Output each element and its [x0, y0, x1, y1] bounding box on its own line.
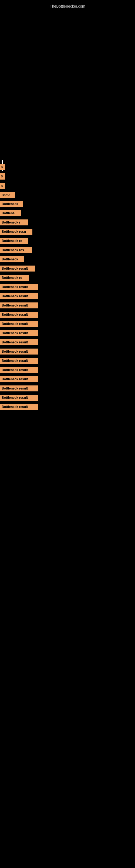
bottleneck-item: Bottleneck result [0, 265, 135, 273]
bottleneck-item: Bottleneck re [0, 274, 135, 282]
bottleneck-label: Bottleneck re [0, 238, 28, 244]
bottleneck-label: Bottleneck result [0, 376, 38, 382]
bottleneck-item: Bottleneck [0, 255, 135, 264]
bottleneck-label: Bottleneck result [0, 284, 38, 290]
bottleneck-label: Bottleneck result [0, 348, 38, 354]
bottleneck-item: B [0, 163, 135, 171]
bottleneck-item: B [0, 182, 135, 190]
bottleneck-item: Bottleneck result [0, 394, 135, 402]
bottleneck-label: Bottleneck result [0, 367, 38, 373]
bottleneck-item: Bottleneck resu [0, 227, 135, 236]
bottleneck-item: Bottleneck result [0, 384, 135, 393]
bottleneck-item: Bottle [0, 191, 135, 199]
bottleneck-label: Bottle [0, 192, 15, 198]
bottleneck-label: Bottleneck [0, 201, 23, 207]
bottleneck-items-container: BBBBottleBottleneckBottleneBottleneck rB… [0, 163, 135, 412]
bottleneck-label: Bottleneck resu [0, 229, 32, 235]
bottleneck-item: Bottleneck re [0, 237, 135, 245]
bottleneck-item: Bottleneck result [0, 366, 135, 374]
bottleneck-label: Bottleneck result [0, 395, 38, 401]
bottleneck-item: Bottleneck result [0, 403, 135, 411]
bottleneck-item: Bottlene [0, 209, 135, 217]
bottleneck-item: B [0, 172, 135, 181]
bottleneck-label: Bottleneck result [0, 358, 38, 364]
bottleneck-label: Bottleneck result [0, 312, 38, 318]
bottleneck-item: Bottleneck result [0, 292, 135, 300]
bottleneck-label: Bottleneck res [0, 247, 32, 253]
bottleneck-item: Bottleneck result [0, 320, 135, 328]
bottleneck-label: B [0, 164, 5, 170]
bottleneck-item: Bottleneck res [0, 246, 135, 254]
bottleneck-label: Bottleneck result [0, 330, 38, 336]
bottleneck-item: Bottleneck result [0, 347, 135, 355]
bottleneck-item: Bottleneck [0, 200, 135, 208]
bottleneck-label: Bottleneck result [0, 321, 38, 327]
bottleneck-item: Bottleneck result [0, 338, 135, 346]
bottleneck-label: Bottleneck r [0, 219, 28, 225]
bottleneck-label: Bottlene [0, 210, 21, 216]
bottleneck-item: Bottleneck result [0, 375, 135, 383]
bottleneck-item: Bottleneck result [0, 301, 135, 310]
site-title: TheBottlenecker.com [0, 1, 135, 11]
bottleneck-item: Bottleneck result [0, 329, 135, 337]
bottleneck-item: Bottleneck result [0, 357, 135, 365]
bottleneck-label: Bottleneck [0, 256, 24, 262]
bottleneck-label: Bottleneck result [0, 385, 38, 392]
bottleneck-item: Bottleneck r [0, 218, 135, 226]
bottleneck-item: Bottleneck result [0, 311, 135, 319]
bottleneck-label: B [0, 173, 5, 180]
bottleneck-label: Bottleneck result [0, 404, 38, 410]
bottleneck-item: Bottleneck result [0, 283, 135, 291]
bottleneck-label: B [0, 183, 5, 189]
bottleneck-label: Bottleneck result [0, 266, 35, 272]
bottleneck-label: Bottleneck result [0, 339, 38, 345]
bottleneck-label: Bottleneck result [0, 293, 38, 299]
bottleneck-label: Bottleneck result [0, 303, 38, 308]
bottleneck-label: Bottleneck re [0, 275, 29, 281]
